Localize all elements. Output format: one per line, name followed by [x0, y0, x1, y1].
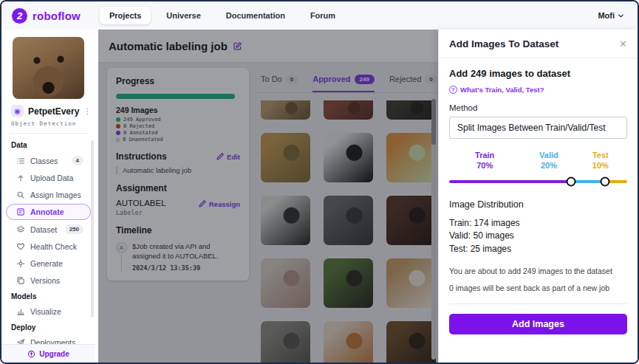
annotated-dot [116, 131, 120, 135]
nav-tab-forum[interactable]: Forum [301, 7, 345, 24]
close-icon[interactable]: ✕ [619, 39, 627, 49]
top-navbar: 2 roboflow Projects Universe Documentati… [1, 1, 638, 30]
sidebar-item-label: Upload Data [30, 174, 73, 182]
timeline-entry: A $Job created via API and assigned it t… [116, 242, 240, 272]
sidebar-item-health-check[interactable]: Health Check [6, 238, 91, 255]
list-icon [16, 157, 25, 165]
image-grid [261, 100, 438, 363]
nav-tab-universe[interactable]: Universe [157, 7, 210, 24]
sidebar-item-label: Dataset [30, 225, 57, 234]
dataset-layers-icon [16, 225, 25, 234]
sidebar-item-label: Classes [30, 157, 58, 165]
sidebar-item-label: Annotate [30, 207, 64, 216]
project-menu-kebab-icon[interactable]: ⋮ [83, 107, 91, 115]
timeline-timestamp: 2024/3/12 13:35:39 [132, 264, 240, 272]
nav-tab-projects[interactable]: Projects [100, 7, 151, 24]
job-title: Automatic labeling job [109, 40, 228, 52]
upgrade-icon [27, 350, 35, 358]
grid-image[interactable] [261, 100, 310, 120]
sidebar-item-generate[interactable]: Generate [6, 255, 91, 272]
grid-image[interactable] [261, 258, 310, 308]
pencil-icon [197, 199, 207, 209]
edit-instructions-button[interactable]: Edit [215, 152, 240, 162]
job-header: Automatic labeling job [98, 30, 438, 63]
test-split-label: Test10% [592, 151, 609, 171]
todo-count-badge: 0 [286, 75, 298, 84]
train-split-label: Train70% [475, 151, 494, 171]
user-menu[interactable]: Mofi [598, 11, 624, 20]
sidebar-item-upload-data[interactable]: Upload Data [6, 170, 91, 186]
edit-title-icon[interactable] [233, 41, 242, 51]
classes-count-badge: 4 [72, 156, 83, 165]
sidebar-item-label: Assign Images [30, 190, 81, 199]
valid-test-slider-handle[interactable] [600, 177, 609, 187]
dataset-count-badge: 250 [65, 224, 83, 234]
sidebar-item-assign-images[interactable]: Assign Images [6, 187, 91, 203]
search-icon [16, 190, 25, 199]
timeline-connector [121, 255, 122, 272]
upgrade-button[interactable]: Upgrade [1, 344, 95, 363]
app-window: 2 roboflow Projects Universe Documentati… [0, 0, 639, 364]
grid-scrollbar-thumb[interactable] [431, 99, 436, 145]
grid-image[interactable] [324, 258, 373, 308]
generate-gear-icon [16, 259, 25, 268]
tab-rejected[interactable]: Rejected 0 [389, 75, 437, 92]
question-circle-icon: ? [449, 86, 457, 94]
chevron-down-icon [618, 13, 624, 19]
train-valid-slider-handle[interactable] [567, 177, 576, 187]
legend-annotated: 0 Annotated [116, 130, 240, 136]
review-tabs: To Do 0 Approved 249 Rejected 0 [255, 63, 438, 93]
grid-image[interactable] [386, 133, 436, 182]
split-slider: Train70% Valid20% Test10% [449, 151, 627, 186]
grid-scrollbar[interactable] [431, 99, 436, 360]
grid-image[interactable] [324, 133, 373, 182]
grid-image[interactable] [324, 100, 373, 120]
sidebar-item-label: Versions [30, 276, 60, 285]
train-count-line: Train: 174 images [449, 217, 627, 230]
project-header: ◉ PetpetEvery ⋮ [1, 105, 95, 117]
reassign-button[interactable]: Reassign [197, 199, 240, 209]
add-images-button[interactable]: Add Images [449, 314, 627, 334]
main-content-area: Automatic labeling job Progress 249 Imag… [95, 30, 438, 363]
upgrade-label: Upgrade [39, 350, 69, 358]
sidebar-section-deploy: Deploy [1, 320, 95, 334]
nav-tab-documentation[interactable]: Documentation [216, 7, 295, 24]
project-type-icon: ◉ [11, 105, 24, 117]
assignee-role: Labeler [116, 209, 166, 216]
grid-image[interactable] [386, 258, 436, 308]
approved-dot [116, 117, 120, 122]
method-select[interactable]: Split Images Between Train/Valid/Test [449, 117, 627, 139]
sidebar-item-annotate[interactable]: Annotate [6, 204, 91, 220]
sidebar-item-versions[interactable]: Versions [6, 272, 91, 289]
job-progress-card: Progress 249 Images 249 Approved 0 Rejec… [107, 68, 249, 281]
rejected-dot [116, 124, 120, 128]
grid-image[interactable] [386, 196, 436, 245]
user-name: Mofi [598, 11, 615, 20]
method-label: Method [449, 103, 627, 112]
image-count: 249 Images [116, 106, 240, 114]
legend-rejected: 0 Rejected [116, 123, 240, 129]
grid-image[interactable] [324, 321, 373, 363]
sidebar-scrollbar[interactable] [91, 140, 94, 317]
project-name: PetpetEvery [28, 106, 79, 117]
grid-image[interactable] [386, 100, 436, 120]
versions-copy-icon [16, 276, 25, 285]
instructions-text: Automatic labeling job [116, 166, 240, 174]
sidebar-item-dataset[interactable]: Dataset 250 [6, 221, 91, 238]
annotate-icon [16, 207, 25, 216]
sidebar-item-visualize[interactable]: Visualize [6, 303, 91, 320]
sidebar-item-classes[interactable]: Classes 4 [6, 152, 91, 169]
rejected-count-badge: 0 [425, 75, 437, 84]
top-nav: Projects Universe Documentation Forum [100, 7, 345, 24]
grid-image[interactable] [386, 321, 436, 363]
help-link[interactable]: ? What's Train, Valid, Test? [449, 86, 627, 94]
grid-image[interactable] [324, 196, 373, 245]
roboflow-logo[interactable]: 2 roboflow [12, 8, 81, 24]
grid-image[interactable] [261, 321, 310, 363]
panel-subtitle: Add 249 images to dataset [449, 68, 627, 79]
tab-todo[interactable]: To Do 0 [261, 75, 298, 92]
grid-image[interactable] [261, 133, 310, 182]
panel-title: Add Images To Dataset [449, 38, 558, 49]
grid-image[interactable] [261, 196, 310, 245]
tab-approved[interactable]: Approved 249 [312, 75, 375, 92]
